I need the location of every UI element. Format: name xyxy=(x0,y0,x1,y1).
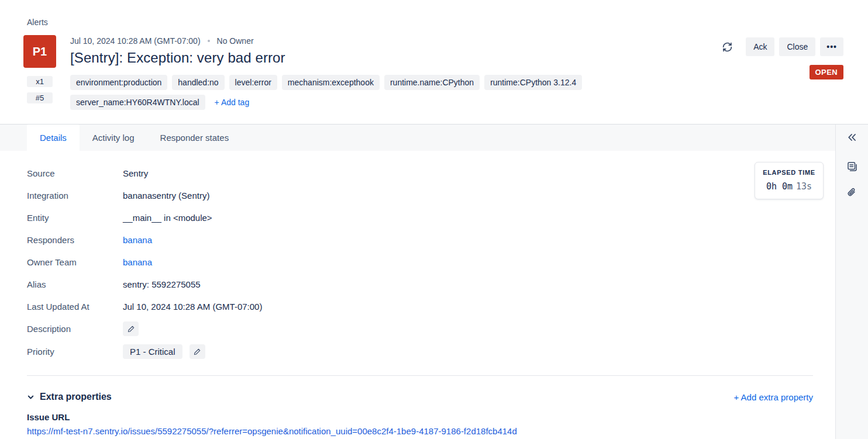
alert-timestamp: Jul 10, 2024 10:28 AM (GMT-07:00) xyxy=(70,36,201,46)
pencil-icon xyxy=(193,348,201,356)
field-row-integration: Integration bananasentry (Sentry) xyxy=(27,188,835,202)
elapsed-seconds: 13s xyxy=(796,181,812,192)
section-divider xyxy=(27,375,813,376)
tiny-id-badge: #5 xyxy=(27,92,53,103)
notes-button[interactable] xyxy=(846,161,858,172)
collapse-panel-button[interactable] xyxy=(847,133,857,142)
field-row-description: Description xyxy=(27,321,835,336)
field-value: bananasentry (Sentry) xyxy=(123,191,209,200)
owner-team-link[interactable]: banana xyxy=(123,257,152,267)
field-label: Owner Team xyxy=(27,257,123,267)
issue-url-link[interactable]: https://mf-test-n7.sentry.io/issues/5592… xyxy=(27,426,835,436)
refresh-icon xyxy=(722,42,733,53)
alert-header: Alerts P1 x1 #5 Jul 10, 2024 10:28 AM (G… xyxy=(0,0,868,110)
notes-icon xyxy=(846,161,858,172)
priority-badge: P1 xyxy=(23,35,56,68)
refresh-button[interactable] xyxy=(722,42,733,53)
field-label: Priority xyxy=(27,347,123,357)
field-value: Sentry xyxy=(123,168,148,178)
dot-separator xyxy=(208,40,210,42)
edit-description-button[interactable] xyxy=(123,321,139,336)
tab-responder-states[interactable]: Responder states xyxy=(147,125,242,151)
alert-count-badge: x1 xyxy=(27,76,53,87)
responders-link[interactable]: banana xyxy=(123,235,152,245)
paperclip-icon xyxy=(846,187,857,198)
add-tag-link[interactable]: + Add tag xyxy=(215,98,250,107)
field-label: Last Updated At xyxy=(27,302,123,312)
elapsed-time-label: ELAPSED TIME xyxy=(760,169,818,176)
tag-chip[interactable]: server_name:HY60R4WTNY.local xyxy=(70,95,205,110)
elapsed-minutes: 0m xyxy=(782,181,793,192)
ellipsis-icon: ••• xyxy=(826,42,837,51)
ack-button[interactable]: Ack xyxy=(746,37,774,56)
field-row-alias: Alias sentry: 5592275055 xyxy=(27,277,835,291)
tab-bar: Details Activity log Responder states xyxy=(0,125,835,151)
double-chevron-left-icon xyxy=(847,133,857,142)
field-label: Source xyxy=(27,168,123,178)
right-rail xyxy=(835,125,868,439)
elapsed-hours: 0h xyxy=(766,181,777,192)
tag-list: environment:production handled:no level:… xyxy=(70,75,661,110)
field-label: Integration xyxy=(27,191,123,200)
field-value: sentry: 5592275055 xyxy=(123,279,201,289)
close-button[interactable]: Close xyxy=(779,37,815,56)
tag-chip[interactable]: mechanism:excepthook xyxy=(282,75,380,90)
pencil-icon xyxy=(127,325,135,333)
field-label: Entity xyxy=(27,213,123,223)
issue-url-label: Issue URL xyxy=(27,412,835,422)
priority-badge-column: P1 x1 #5 xyxy=(23,35,56,110)
alert-meta: Jul 10, 2024 10:28 AM (GMT-07:00) No Own… xyxy=(70,36,661,46)
field-label: Alias xyxy=(27,279,123,289)
details-panel: Source Sentry Integration bananasentry (… xyxy=(0,151,835,439)
alert-title: [Sentry]: Exception: very bad error xyxy=(70,50,661,66)
edit-priority-button[interactable] xyxy=(190,344,205,359)
more-actions-button[interactable]: ••• xyxy=(820,37,843,56)
tag-chip[interactable]: handled:no xyxy=(172,75,224,90)
field-row-entity: Entity __main__ in <module> xyxy=(27,210,835,224)
field-row-source: Source Sentry xyxy=(27,166,835,180)
field-value: __main__ in <module> xyxy=(123,213,212,223)
elapsed-time-value: 0h 0m13s xyxy=(760,181,818,192)
field-row-last-updated: Last Updated At Jul 10, 2024 10:28 AM (G… xyxy=(27,299,835,313)
status-badge: OPEN xyxy=(810,65,843,79)
field-label: Responders xyxy=(27,235,123,245)
attachments-button[interactable] xyxy=(846,187,857,198)
field-row-responders: Responders banana xyxy=(27,233,835,247)
tag-chip[interactable]: environment:production xyxy=(70,75,167,90)
field-row-owner-team: Owner Team banana xyxy=(27,255,835,269)
priority-value-chip: P1 - Critical xyxy=(123,344,182,359)
breadcrumb[interactable]: Alerts xyxy=(27,18,843,27)
tag-chip[interactable]: level:error xyxy=(229,75,277,90)
tag-chip[interactable]: runtime:CPython 3.12.4 xyxy=(484,75,582,90)
add-extra-property-link[interactable]: + Add extra property xyxy=(734,392,814,402)
alert-owner: No Owner xyxy=(217,36,254,46)
chevron-down-icon[interactable] xyxy=(27,393,35,401)
elapsed-time-card: ELAPSED TIME 0h 0m13s xyxy=(755,162,824,199)
field-label: Description xyxy=(27,324,123,334)
extra-properties-title[interactable]: Extra properties xyxy=(40,392,112,402)
tag-chip[interactable]: runtime.name:CPython xyxy=(384,75,480,90)
field-value: Jul 10, 2024 10:28 AM (GMT-07:00) xyxy=(123,302,262,312)
tab-details[interactable]: Details xyxy=(27,125,80,151)
tab-activity-log[interactable]: Activity log xyxy=(80,125,147,151)
field-row-priority: Priority P1 - Critical xyxy=(27,344,835,359)
